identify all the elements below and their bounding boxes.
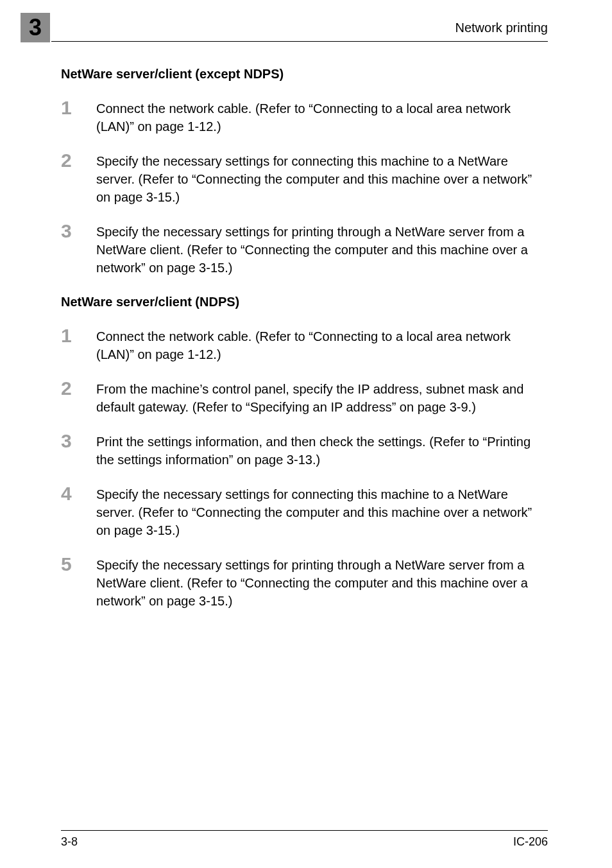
footer-document-id: IC-206 xyxy=(513,835,548,849)
header-divider xyxy=(51,41,548,42)
section-heading-1: NetWare server/client (except NDPS) xyxy=(61,67,548,82)
step-item: 1 Connect the network cable. (Refer to “… xyxy=(61,100,548,135)
step-item: 3 Print the settings information, and th… xyxy=(61,433,548,469)
chapter-badge: 3 xyxy=(21,13,50,42)
content-area: NetWare server/client (except NDPS) 1 Co… xyxy=(61,59,548,627)
step-number: 3 xyxy=(61,431,96,451)
step-number: 3 xyxy=(61,221,96,241)
step-text: Specify the necessary settings for print… xyxy=(96,556,548,610)
step-text: Specify the necessary settings for conne… xyxy=(96,485,548,539)
footer-divider xyxy=(61,830,548,831)
step-number: 1 xyxy=(61,98,96,117)
step-item: 2 From the machine’s control panel, spec… xyxy=(61,380,548,416)
section-heading-2: NetWare server/client (NDPS) xyxy=(61,295,548,309)
step-number: 2 xyxy=(61,379,96,398)
step-item: 2 Specify the necessary settings for con… xyxy=(61,152,548,206)
step-number: 5 xyxy=(61,555,96,574)
step-text: Print the settings information, and then… xyxy=(96,433,548,469)
step-number: 4 xyxy=(61,484,96,503)
step-number: 1 xyxy=(61,326,96,345)
step-text: Specify the necessary settings for conne… xyxy=(96,152,548,206)
step-item: 5 Specify the necessary settings for pri… xyxy=(61,556,548,610)
step-item: 1 Connect the network cable. (Refer to “… xyxy=(61,327,548,363)
header-title: Network printing xyxy=(455,21,548,35)
step-text: Specify the necessary settings for print… xyxy=(96,223,548,277)
step-item: 3 Specify the necessary settings for pri… xyxy=(61,223,548,277)
chapter-number: 3 xyxy=(29,14,42,41)
step-item: 4 Specify the necessary settings for con… xyxy=(61,485,548,539)
footer-page-number: 3-8 xyxy=(61,835,78,849)
step-text: From the machine’s control panel, specif… xyxy=(96,380,548,416)
step-text: Connect the network cable. (Refer to “Co… xyxy=(96,327,548,363)
step-text: Connect the network cable. (Refer to “Co… xyxy=(96,100,548,135)
step-number: 2 xyxy=(61,151,96,170)
